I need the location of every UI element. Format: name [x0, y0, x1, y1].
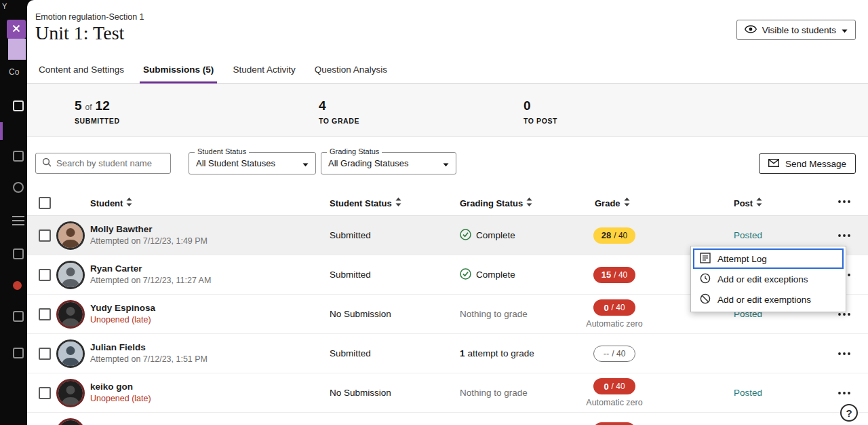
grading-status-label: Complete: [476, 270, 515, 280]
sidebar-partial-text: Y: [2, 2, 7, 10]
column-label: Student: [90, 198, 123, 208]
complete-check-icon: [460, 268, 471, 282]
grading-status-cell: Complete: [460, 216, 515, 255]
menu-lines-icon[interactable]: [12, 216, 24, 228]
row-checkbox[interactable]: [39, 229, 51, 242]
menu-item-exemptions[interactable]: Add or edit exemptions: [693, 289, 844, 310]
close-panel-button[interactable]: [7, 20, 26, 39]
sort-icon: [526, 198, 532, 208]
sidebar-nav-icon[interactable]: [13, 248, 24, 259]
attempt-log-icon: [700, 253, 711, 265]
grading-status-label: attempt to grade: [468, 348, 534, 358]
table-row-partial[interactable]: [27, 413, 868, 425]
grade-note: Automatic zero: [586, 398, 642, 407]
grade-value: 0: [604, 303, 608, 313]
sort-icon: [756, 198, 762, 208]
grade-pill[interactable]: 28 / 40: [593, 227, 635, 244]
eye-icon: [745, 25, 757, 35]
grade-cell: 0 / 40 Automatic zero: [574, 373, 655, 412]
tab-submissions[interactable]: Submissions (5): [140, 64, 217, 83]
post-status[interactable]: Posted: [734, 373, 762, 412]
column-header-student-status[interactable]: Student Status: [330, 198, 401, 208]
main-panel: Emotion regulation-Section 1 Unit 1: Tes…: [27, 0, 868, 425]
row-checkbox[interactable]: [39, 308, 51, 320]
column-header-post[interactable]: Post: [734, 198, 762, 208]
sidebar-partial-label: Co: [9, 67, 19, 77]
row-overflow-menu-button[interactable]: [838, 334, 850, 373]
stat-to-grade-label: TO GRADE: [319, 117, 359, 125]
grading-status-label: Nothing to grade: [460, 309, 528, 319]
page-title: Unit 1: Test: [35, 22, 124, 44]
breadcrumb: Emotion regulation-Section 1: [35, 12, 144, 22]
grade-max: / 40: [612, 303, 625, 312]
help-button[interactable]: ?: [840, 404, 858, 422]
table-header: Student Student Status Grading Status Gr…: [27, 193, 868, 215]
table-row-julian-fields[interactable]: Julian Fields Attempted on 7/12/23, 1:51…: [27, 334, 868, 373]
sidebar-nav-icon[interactable]: [13, 182, 24, 193]
grading-status-label: Nothing to grade: [460, 388, 528, 398]
grading-status-filter[interactable]: Grading Status All Grading Statuses: [321, 152, 456, 174]
grade-pill[interactable]: [593, 422, 635, 425]
sidebar-nav-icon[interactable]: [13, 151, 24, 162]
student-name[interactable]: Ryan Carter: [90, 263, 211, 274]
search-input[interactable]: [56, 158, 164, 168]
clock-icon: [700, 273, 711, 286]
student-name[interactable]: Julian Fields: [90, 342, 208, 352]
row-checkbox[interactable]: [39, 269, 51, 281]
student-status-cell: Submitted: [330, 334, 371, 373]
student-name[interactable]: keiko gon: [90, 382, 151, 392]
grade-max: / 40: [614, 231, 627, 240]
row-checkbox[interactable]: [39, 348, 51, 360]
sidebar-nav-icon[interactable]: [13, 348, 24, 358]
menu-item-label: Add or edit exemptions: [717, 295, 811, 305]
send-message-button[interactable]: Send Message: [759, 153, 856, 174]
column-header-grading-status[interactable]: Grading Status: [460, 198, 532, 208]
grade-value: --: [604, 348, 610, 358]
gradebook-icon[interactable]: [13, 100, 24, 111]
column-header-student[interactable]: Student: [90, 198, 132, 208]
stat-to-post-label: TO POST: [524, 117, 557, 125]
chevron-down-icon: [443, 158, 449, 170]
chevron-down-icon: [302, 158, 309, 170]
tab-student-activity[interactable]: Student Activity: [229, 64, 298, 83]
attempts-count: 1: [460, 348, 465, 358]
visibility-dropdown-button[interactable]: Visible to students: [736, 20, 856, 40]
column-header-grade[interactable]: Grade: [595, 198, 630, 208]
student-name[interactable]: Molly Bawther: [90, 224, 208, 234]
student-status-filter[interactable]: Student Status All Student Statuses: [189, 152, 316, 174]
table-row-keiko-gon[interactable]: keiko gon Unopened (late) No Submission …: [27, 373, 868, 413]
grade-pill[interactable]: 0 / 40: [593, 378, 635, 394]
grade-pill[interactable]: 15 / 40: [593, 267, 635, 283]
attempt-info: Unopened (late): [90, 394, 151, 403]
grade-pill[interactable]: 0 / 40: [593, 299, 635, 316]
row-context-menu: Attempt Log Add or edit exceptions Add o…: [690, 246, 846, 312]
avatar: [56, 300, 85, 329]
student-status-filter-label: Student Status: [195, 147, 249, 155]
sidebar-nav-icon[interactable]: [13, 311, 24, 322]
row-checkbox[interactable]: [39, 387, 51, 399]
grade-pill[interactable]: -- / 40: [593, 346, 635, 362]
header-overflow-menu-button[interactable]: [838, 200, 850, 203]
visibility-label: Visible to students: [762, 25, 836, 35]
menu-item-attempt-log[interactable]: Attempt Log: [693, 248, 844, 269]
panel-edge-decoration: [8, 39, 26, 60]
grade-max: / 40: [612, 349, 625, 358]
block-icon: [700, 293, 711, 306]
column-label: Post: [734, 198, 753, 208]
student-status-filter-value: All Student Statuses: [196, 158, 275, 168]
grading-status-cell: 1attempt to grade: [460, 334, 534, 373]
menu-item-exceptions[interactable]: Add or edit exceptions: [693, 269, 844, 289]
student-name[interactable]: Yudy Espinosa: [90, 303, 155, 313]
tab-content-and-settings[interactable]: Content and Settings: [35, 64, 127, 83]
stat-to-grade-value: 4: [319, 98, 326, 113]
sort-icon: [624, 198, 630, 208]
stat-submitted-value: 5: [75, 98, 82, 113]
submission-stats: 5 of 12 SUBMITTED 4 TO GRADE 0 TO POST: [27, 84, 868, 137]
grading-status-cell: Nothing to grade: [460, 295, 528, 333]
grade-cell: [574, 413, 655, 425]
stat-connector: of: [85, 103, 92, 112]
search-icon: [42, 158, 52, 170]
grade-value: 0: [604, 382, 608, 392]
tab-question-analysis[interactable]: Question Analysis: [311, 64, 391, 83]
select-all-checkbox[interactable]: [39, 197, 51, 209]
